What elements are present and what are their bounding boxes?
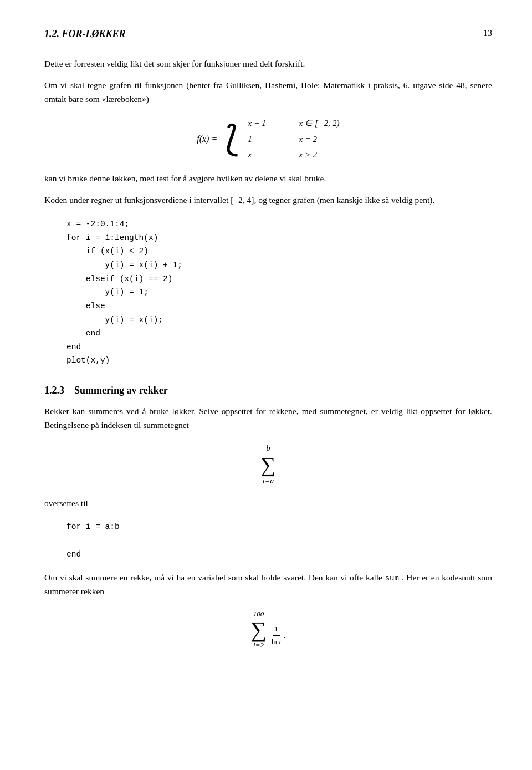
- sigma1-top: b: [267, 442, 270, 454]
- fraction-denominator: ln i: [270, 636, 283, 647]
- subsection-number: 1.2.3: [44, 385, 64, 396]
- subsection-heading: 1.2.3 Summering av rekker: [44, 383, 492, 398]
- sigma2-symbol: ∑: [250, 619, 267, 641]
- code-block-2: for i = a:b end: [66, 520, 492, 561]
- piecewise-row-3: x x > 2: [248, 147, 340, 162]
- sigma2-bottom: i=2: [253, 641, 264, 650]
- fraction-numerator: 1: [273, 624, 280, 636]
- subsection-title: Summering av rekker: [74, 385, 168, 396]
- piecewise-row-2: 1 x = 2: [248, 132, 340, 146]
- piecewise-container: f(x) = ⟅ x + 1 x ∈ [−2, 2) 1 x = 2 x x >…: [197, 116, 340, 162]
- paragraph-5: Rekker kan summeres ved å bruke løkker. …: [44, 405, 492, 432]
- sigma-notation-1: b ∑ i=a: [260, 442, 275, 487]
- page-number: 13: [483, 27, 492, 40]
- case-2-expr: 1: [248, 132, 281, 146]
- sigma2-block: 100 ∑ i=2 1 ln i .: [44, 610, 492, 649]
- piecewise-cases: x + 1 x ∈ [−2, 2) 1 x = 2 x x > 2: [248, 116, 340, 162]
- piecewise-row-1: x + 1 x ∈ [−2, 2): [248, 116, 340, 130]
- big-brace: ⟅: [225, 121, 239, 157]
- paragraph-3: kan vi bruke denne løkken, med test for …: [44, 172, 492, 186]
- paragraph-2: Om vi skal tegne grafen til funksjonen (…: [44, 79, 492, 106]
- sum-inline-code: sum: [385, 574, 399, 583]
- paragraph-7: Om vi skal summere en rekke, må vi ha en…: [44, 571, 492, 599]
- sigma2-notation: 100 ∑ i=2: [250, 610, 267, 649]
- paragraph-4: Koden under regner ut funksjonsverdiene …: [44, 193, 492, 207]
- paragraph-7-text: Om vi skal summere en rekke, må vi ha en…: [44, 573, 382, 582]
- paragraph-1: Dette er forresten veldig likt det som s…: [44, 57, 492, 71]
- sigma1-bottom: i=a: [263, 475, 274, 487]
- piecewise-label: f(x) =: [197, 132, 217, 146]
- fraction-1-over-lni: 1 ln i: [270, 624, 283, 647]
- page-header: 1.2. FOR-LØKKER 13: [44, 27, 492, 42]
- case-3-cond: x > 2: [299, 147, 317, 162]
- sigma2-expression: 1 ln i .: [269, 624, 286, 649]
- code-block-1: x = -2:0.1:4; for i = 1:length(x) if (x(…: [66, 217, 492, 368]
- case-1-expr: x + 1: [248, 116, 281, 130]
- sigma-block-1: b ∑ i=a: [44, 442, 492, 487]
- summation-period: .: [284, 629, 286, 642]
- section-title: 1.2. FOR-LØKKER: [44, 27, 126, 42]
- case-3-expr: x: [248, 147, 281, 162]
- sigma1-symbol: ∑: [260, 454, 275, 475]
- case-2-cond: x = 2: [299, 132, 317, 146]
- piecewise-formula: f(x) = ⟅ x + 1 x ∈ [−2, 2) 1 x = 2 x x >…: [44, 116, 492, 162]
- paragraph-6: oversettes til: [44, 497, 492, 511]
- case-1-cond: x ∈ [−2, 2): [299, 116, 340, 130]
